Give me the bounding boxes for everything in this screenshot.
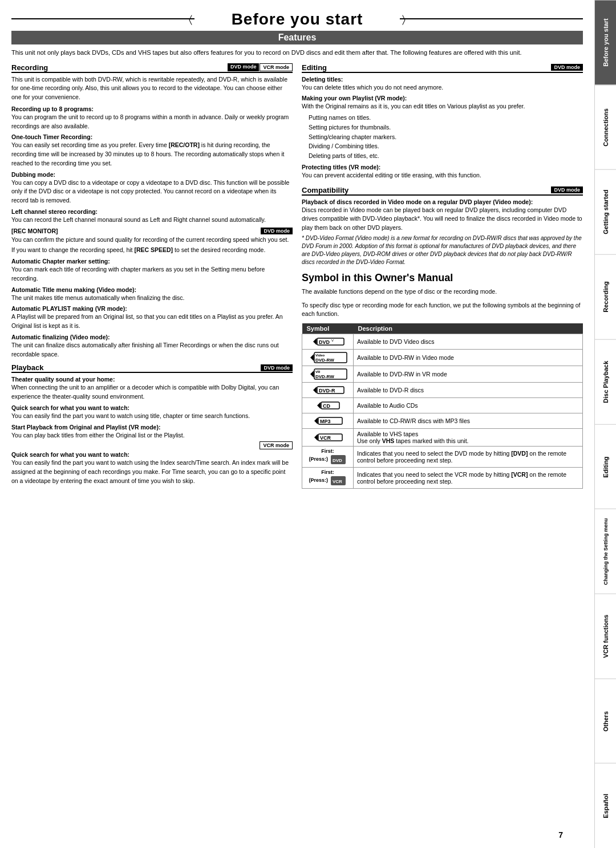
rec-monitor-text2: If you want to change the recording spee… xyxy=(11,246,293,255)
sub-aplst-title: Automatic PLAYLIST making (VR mode): xyxy=(11,305,293,312)
tab-connections[interactable]: Connections xyxy=(595,85,616,170)
symbol-cd: CD xyxy=(306,400,350,411)
playback-header: Playback DVD mode xyxy=(11,363,293,373)
sub-del-title: Deleting titles: xyxy=(302,76,583,83)
sub-qsearch2-text: You can easily find the part you want to… xyxy=(11,459,293,485)
svg-text:VCR: VCR xyxy=(320,435,331,441)
svg-marker-0 xyxy=(313,338,317,345)
sub-otr-title: One-touch Timer Recording: xyxy=(11,133,293,140)
left-column: Recording DVD mode VCR mode This unit is… xyxy=(11,63,293,489)
tab-editing[interactable]: Editing xyxy=(595,424,616,509)
sub-lcsr-title: Left channel stereo recording: xyxy=(11,208,293,215)
table-row: DVD-R Available to DVD-R discs xyxy=(302,383,583,398)
sub-aplst-text: A Playlist will be prepared from an Orig… xyxy=(11,313,293,331)
sub-theater-text: When connecting the unit to an amplifier… xyxy=(11,383,293,401)
editing-badge: DVD mode xyxy=(551,64,583,71)
compat-text: Discs recorded in Video mode can be play… xyxy=(302,206,583,233)
sub-startpb-text: You can play back titles from either the… xyxy=(11,431,293,440)
features-header: Features xyxy=(11,31,583,44)
list-item: Setting pictures for thumbnails. xyxy=(309,123,583,132)
sub-achap-title: Automatic Chapter marker setting: xyxy=(11,258,293,265)
svg-text:VCR: VCR xyxy=(333,479,342,484)
table-row: CD Available to Audio CDs xyxy=(302,398,583,413)
sub-dub-title: Dubbing mode: xyxy=(11,171,293,178)
symbol-dvdr: DVD-R xyxy=(306,384,350,396)
rec-monitor-badge: DVD mode xyxy=(261,228,293,234)
tab-disc-playback[interactable]: Disc Playback xyxy=(595,339,616,424)
svg-marker-21 xyxy=(314,434,318,441)
sub-otr-text: You can easily set recording time as you… xyxy=(11,141,293,168)
sub-qsearch2-title: Quick search for what you want to watch: xyxy=(11,451,293,458)
side-tabs: Before you start Connections Getting sta… xyxy=(594,0,616,848)
table-row: VR DVD-RW Available to DVD-RW in VR mode xyxy=(302,366,583,383)
dvd-mode-badge: DVD mode xyxy=(228,63,260,71)
tab-getting-started[interactable]: Getting started xyxy=(595,169,616,254)
sub-playlist-text: With the Original remains as it is, you … xyxy=(302,102,583,111)
tab-espanol[interactable]: Español xyxy=(595,763,616,848)
tab-others[interactable]: Others xyxy=(595,679,616,764)
tab-vcr-functions[interactable]: VCR functions xyxy=(595,594,616,679)
sub-afin-title: Automatic finalizing (Video mode): xyxy=(11,334,293,340)
compat-subtitle: Playback of discs recorded in Video mode… xyxy=(302,198,583,205)
list-item: Deleting parts of titles, etc. xyxy=(309,151,583,161)
tab-changing-setting[interactable]: Changing the Setting menu xyxy=(595,509,616,594)
list-item: Putting names on titles. xyxy=(309,113,583,123)
table-row: First:(Press:) DVD Indicates that you ne… xyxy=(302,447,583,468)
recording-header: Recording DVD mode VCR mode xyxy=(11,63,293,73)
rec-monitor-row: [REC MONITOR] DVD mode xyxy=(11,228,293,234)
playback-title: Playback xyxy=(11,363,43,372)
sub-qsearch1-title: Quick search for what you want to watch: xyxy=(11,404,293,411)
symbol-vcr: VCR xyxy=(306,432,350,443)
desc-video-dvdrw: Available to DVD-RW in Video mode xyxy=(354,350,583,366)
symbol-title: Symbol in this Owner's Manual xyxy=(302,272,583,284)
playlist-list: Putting names on titles. Setting picture… xyxy=(302,113,583,161)
sub-protect-title: Protecting titles (VR mode): xyxy=(302,164,583,171)
sub-protect-text: You can prevent accidental editing or ti… xyxy=(302,171,583,180)
dvdv-icon: DVD V xyxy=(311,336,345,347)
symbol-cell-first-vcr: First:(Press:) VCR xyxy=(302,468,354,489)
rec-monitor-title: [REC MONITOR] xyxy=(11,228,58,234)
vr-dvdrw-icon: VR DVD-RW xyxy=(308,368,348,380)
symbol-intro2: To specify disc type or recording mode f… xyxy=(302,301,583,319)
cd-icon: CD xyxy=(315,400,341,411)
desc-dvdr: Available to DVD-R discs xyxy=(354,383,583,398)
recording-title: Recording xyxy=(11,63,48,72)
title-arrow-right: 〉 xyxy=(402,14,406,25)
page-title: Before you start xyxy=(232,10,363,29)
svg-marker-18 xyxy=(314,417,318,424)
list-item: Dividing / Combining titles. xyxy=(309,141,583,151)
rec-monitor-text1: You can confirm the picture and sound qu… xyxy=(11,236,293,245)
first-vcr-icon: VCR xyxy=(330,475,347,486)
sub-afin-text: The unit can finalize discs automaticall… xyxy=(11,341,293,359)
list-item: Setting/clearing chapter markers. xyxy=(309,132,583,142)
svg-text:DVD-RW: DVD-RW xyxy=(315,374,334,379)
svg-text:DVD-RW: DVD-RW xyxy=(315,358,334,363)
symbol-cell-dvdr: DVD-R xyxy=(302,383,354,398)
symbol-mp3: MP3 xyxy=(306,415,350,427)
playback-badge: DVD mode xyxy=(261,364,293,371)
svg-text:DVD-R: DVD-R xyxy=(319,388,335,393)
first-dvd-label: First:(Press:) DVD xyxy=(306,448,350,465)
vcr-icon: VCR xyxy=(312,432,343,443)
features-intro: This unit not only plays back DVDs, CDs … xyxy=(11,48,583,58)
vcr-mode-badge-playback: VCR mode xyxy=(260,441,293,449)
sub-achap-text: You can mark each title of recording wit… xyxy=(11,265,293,283)
sub-dub-text: You can copy a DVD disc to a videotape o… xyxy=(11,178,293,205)
title-line-right xyxy=(400,18,583,19)
symbol-intro1: The available functions depend on the ty… xyxy=(302,287,583,297)
symbol-cell-vcr: VCR xyxy=(302,429,354,447)
compat-header: Compatibility DVD mode xyxy=(302,186,583,196)
table-row: Video DVD-RW Available to DVD-RW in Vide… xyxy=(302,350,583,366)
svg-marker-15 xyxy=(317,402,321,409)
compat-footnote: * DVD-Video Format (Video mode) is a new… xyxy=(302,234,583,266)
right-column: Editing DVD mode Deleting titles: You ca… xyxy=(302,63,583,489)
tab-recording[interactable]: Recording xyxy=(595,254,616,339)
symbol-cell-dvdv: DVD V xyxy=(302,334,354,350)
sub-theater-title: Theater quality sound at your home: xyxy=(11,376,293,383)
sub-lcsr-text: You can record the Left channel monaural… xyxy=(11,216,293,225)
svg-text:VR: VR xyxy=(315,370,321,374)
tab-before-you-start[interactable]: Before you start xyxy=(595,0,616,85)
table-row: First:(Press:) VCR Indicates that you ne… xyxy=(302,468,583,489)
svg-marker-4 xyxy=(310,354,314,361)
symbol-vr-dvdrw: VR DVD-RW xyxy=(306,368,350,380)
